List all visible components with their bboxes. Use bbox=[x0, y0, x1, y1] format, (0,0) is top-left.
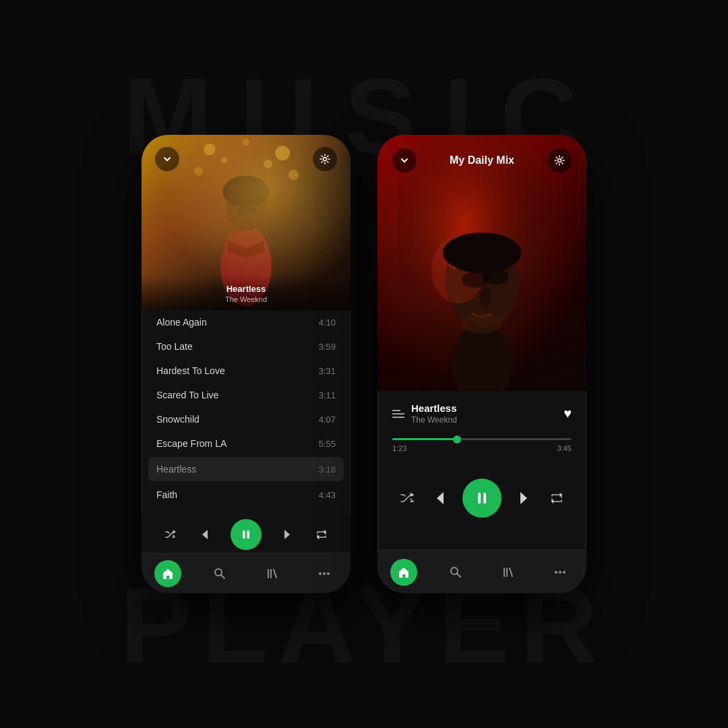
svg-rect-15 bbox=[243, 530, 245, 539]
library-icon-2 bbox=[502, 566, 515, 579]
playlist-item[interactable]: Escape From LA5:55 bbox=[142, 431, 351, 456]
playlist-item-duration: 3:18 bbox=[319, 464, 336, 475]
now-playing-info: Heartless The Weeknd bbox=[411, 402, 457, 425]
player-controls-2 bbox=[377, 479, 586, 518]
svg-point-34 bbox=[558, 159, 562, 162]
playlist-item[interactable]: Alone Again4:10 bbox=[142, 310, 351, 334]
album-art-overlay: Heartless The Weeknd bbox=[142, 276, 351, 310]
repeat-icon bbox=[315, 528, 328, 541]
prev-icon-2 bbox=[429, 489, 448, 508]
shuffle-icon-2 bbox=[400, 491, 415, 506]
playlist-item-title: Alone Again bbox=[156, 317, 207, 328]
prev-button[interactable] bbox=[196, 527, 211, 542]
nav-search-button[interactable] bbox=[206, 560, 233, 587]
back-button-2[interactable] bbox=[392, 148, 417, 173]
current-time: 1:23 bbox=[392, 444, 406, 452]
progress-thumb[interactable] bbox=[453, 435, 461, 444]
gear-icon-2 bbox=[554, 155, 565, 166]
nav-more-button[interactable] bbox=[311, 560, 338, 587]
playlist-container: Alone Again4:10Too Late3:59Hardest To Lo… bbox=[142, 310, 351, 519]
svg-point-14 bbox=[324, 158, 327, 161]
playlist-item[interactable]: Heartless3:18 bbox=[148, 457, 344, 481]
phone2-header: My Daily Mix bbox=[377, 135, 586, 179]
phones-container: Heartless The Weeknd Alone Again4:10Too … bbox=[142, 135, 586, 593]
playlist-item-title: Escape From LA bbox=[156, 438, 226, 449]
chevron-down-icon bbox=[163, 155, 171, 163]
svg-point-27 bbox=[480, 286, 491, 307]
prev-button-2[interactable] bbox=[429, 489, 448, 508]
svg-point-21 bbox=[319, 572, 322, 575]
playlist-item[interactable]: Faith4:43 bbox=[142, 483, 351, 507]
shuffle-button[interactable] bbox=[164, 528, 177, 541]
progress-fill bbox=[392, 438, 457, 440]
library-icon bbox=[266, 567, 279, 580]
svg-point-33 bbox=[443, 233, 521, 273]
chevron-down-icon-2 bbox=[400, 156, 408, 164]
settings-button[interactable] bbox=[313, 147, 337, 171]
playlist-item[interactable]: Snowchild4:07 bbox=[142, 407, 351, 431]
phone2-playlist-title: My Daily Mix bbox=[450, 154, 514, 166]
playlist-item-title: Hardest To Love bbox=[156, 365, 225, 376]
pause-button-2[interactable] bbox=[462, 479, 502, 518]
progress-times: 1:23 3:45 bbox=[392, 444, 572, 452]
svg-point-28 bbox=[462, 313, 502, 334]
playlist-item-duration: 4:07 bbox=[319, 415, 336, 425]
like-button[interactable]: ♥ bbox=[564, 406, 572, 421]
playlist-item-duration: 4:10 bbox=[319, 317, 336, 328]
player-controls-1 bbox=[142, 516, 351, 553]
next-icon bbox=[281, 527, 296, 542]
pause-icon bbox=[241, 529, 251, 540]
playlist-item-title: Faith bbox=[156, 489, 177, 500]
search-icon-2 bbox=[449, 566, 462, 579]
svg-line-38 bbox=[457, 574, 460, 577]
next-button[interactable] bbox=[281, 527, 296, 542]
svg-point-42 bbox=[559, 571, 562, 574]
more-icon-2 bbox=[553, 566, 567, 579]
svg-rect-16 bbox=[247, 530, 249, 539]
svg-point-43 bbox=[563, 571, 566, 574]
nav2-library-button[interactable] bbox=[495, 559, 522, 586]
playlist-item-duration: 3:59 bbox=[319, 342, 336, 352]
now-playing-artist: The Weeknd bbox=[411, 415, 457, 425]
svg-rect-35 bbox=[478, 493, 481, 504]
bottom-nav-2 bbox=[377, 550, 586, 593]
phone-now-playing: My Daily Mix Heartless The Weeknd bbox=[377, 135, 586, 593]
playlist-item-duration: 3:31 bbox=[319, 366, 336, 376]
progress-section: 1:23 3:45 bbox=[392, 438, 572, 452]
nav2-search-button[interactable] bbox=[442, 559, 469, 586]
nav-home-button[interactable] bbox=[154, 560, 181, 587]
repeat-button[interactable] bbox=[315, 528, 328, 541]
progress-track[interactable] bbox=[392, 438, 572, 440]
back-button[interactable] bbox=[155, 147, 179, 171]
nav2-home-button[interactable] bbox=[390, 559, 417, 586]
playlist-item-duration: 3:11 bbox=[319, 390, 336, 400]
shuffle-button-2[interactable] bbox=[400, 491, 415, 506]
playlist-item-duration: 5:55 bbox=[319, 439, 336, 449]
more-icon bbox=[317, 567, 331, 580]
song-info-row: Heartless The Weeknd ♥ bbox=[377, 394, 586, 433]
queue-icon bbox=[392, 410, 404, 418]
svg-point-22 bbox=[323, 572, 326, 575]
overlay-song-artist: The Weeknd bbox=[155, 295, 337, 303]
playlist-item[interactable]: Scared To Live3:11 bbox=[142, 383, 351, 407]
home-icon-2 bbox=[397, 566, 411, 579]
next-button-2[interactable] bbox=[516, 489, 535, 508]
pause-button[interactable] bbox=[231, 519, 262, 550]
nav-library-button[interactable] bbox=[259, 560, 286, 587]
playlist-item[interactable]: Hardest To Love3:31 bbox=[142, 359, 351, 383]
shuffle-icon bbox=[164, 528, 177, 541]
prev-icon bbox=[196, 527, 211, 542]
bottom-nav-1 bbox=[142, 553, 351, 593]
playlist-item[interactable]: Too Late3:59 bbox=[142, 334, 351, 359]
repeat-button-2[interactable] bbox=[549, 491, 564, 506]
now-playing-title: Heartless bbox=[411, 402, 457, 414]
menu-line-1 bbox=[392, 410, 400, 411]
playlist-item-title: Heartless bbox=[156, 464, 196, 475]
nav2-more-button[interactable] bbox=[547, 559, 574, 586]
settings-button-2[interactable] bbox=[547, 148, 572, 173]
next-icon-2 bbox=[516, 489, 535, 508]
total-time: 3:45 bbox=[557, 444, 572, 452]
pause-icon-2 bbox=[475, 491, 489, 505]
svg-line-18 bbox=[221, 575, 224, 578]
svg-point-23 bbox=[327, 572, 330, 575]
